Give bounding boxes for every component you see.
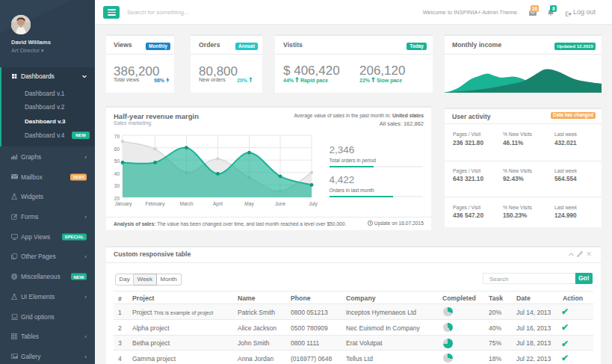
svg-text:30: 30	[114, 183, 120, 188]
svg-text:March: March	[179, 201, 193, 206]
svg-text:April: April	[213, 201, 223, 207]
svg-text:January: January	[114, 201, 132, 207]
svg-text:May: May	[244, 201, 254, 207]
svg-text:40: 40	[114, 171, 120, 176]
svg-text:February: February	[145, 201, 165, 207]
svg-text:July: July	[309, 201, 318, 207]
svg-text:60: 60	[114, 146, 120, 152]
svg-text:20: 20	[114, 196, 120, 201]
svg-text:June: June	[275, 201, 285, 206]
svg-text:70: 70	[114, 134, 120, 139]
svg-text:50: 50	[114, 158, 120, 164]
